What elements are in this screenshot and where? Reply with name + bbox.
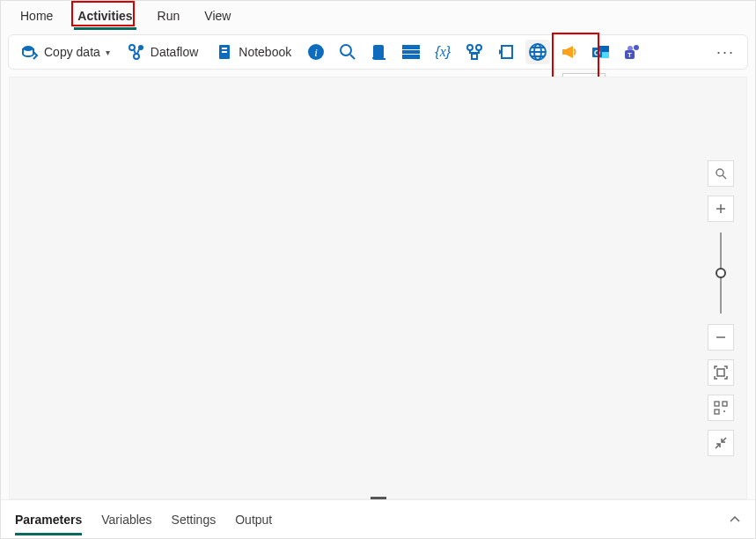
fit-to-screen-button[interactable] [708, 359, 734, 386]
collapse-panel-icon[interactable] [729, 513, 741, 526]
svg-text:T: T [628, 51, 632, 59]
svg-text:i: i [314, 46, 318, 59]
notebook-button[interactable]: Notebook [210, 40, 297, 64]
web-icon[interactable] [525, 40, 550, 64]
svg-line-10 [350, 55, 355, 59]
svg-rect-37 [717, 369, 724, 376]
dataflow-label: Dataflow [150, 45, 198, 59]
svg-point-32 [716, 169, 723, 176]
script-icon[interactable] [367, 40, 392, 64]
tab-settings[interactable]: Settings [172, 504, 217, 535]
svg-point-9 [341, 45, 351, 55]
menu-run[interactable]: Run [145, 4, 193, 28]
more-button[interactable]: ··· [711, 43, 740, 62]
auto-align-button[interactable] [708, 395, 734, 421]
chevron-down-icon: ▾ [106, 48, 110, 57]
zoom-out-button[interactable] [708, 324, 734, 351]
search-icon[interactable] [335, 40, 360, 64]
svg-rect-18 [502, 46, 512, 58]
info-icon[interactable]: i [304, 40, 328, 64]
outlook-icon[interactable]: O [589, 40, 613, 64]
svg-point-41 [723, 410, 725, 412]
teams-icon[interactable]: T [620, 40, 645, 64]
zoom-slider-thumb[interactable] [716, 268, 726, 278]
toolbar: Copy data ▾ Dataflow Notebook i {x} [8, 34, 748, 70]
tab-variables[interactable]: Variables [101, 504, 151, 535]
svg-rect-38 [715, 402, 719, 406]
svg-rect-39 [723, 402, 727, 406]
svg-rect-6 [222, 51, 227, 53]
variable-icon[interactable]: {x} [430, 40, 455, 64]
svg-rect-14 [402, 55, 420, 59]
svg-point-15 [467, 45, 473, 50]
canvas-search-button[interactable] [708, 160, 734, 187]
notebook-label: Notebook [239, 45, 291, 59]
zoom-slider[interactable] [720, 233, 722, 314]
notebook-icon [216, 43, 233, 61]
menu-home[interactable]: Home [8, 4, 65, 28]
dataflow-icon [128, 43, 145, 61]
svg-rect-11 [373, 45, 384, 59]
svg-rect-40 [715, 410, 719, 414]
svg-point-3 [134, 54, 139, 59]
stored-procedure-icon[interactable] [399, 40, 423, 64]
svg-rect-12 [402, 45, 420, 49]
svg-point-28 [634, 45, 639, 50]
announce-icon[interactable] [557, 40, 582, 64]
pipeline-canvas[interactable] [9, 77, 747, 499]
tab-output[interactable]: Output [235, 504, 272, 535]
minimize-button[interactable] [708, 430, 734, 456]
menu-view[interactable]: View [192, 4, 243, 28]
tab-parameters[interactable]: Parameters [15, 504, 82, 535]
function-icon[interactable] [494, 40, 518, 64]
copy-data-button[interactable]: Copy data ▾ [16, 40, 115, 64]
copy-data-label: Copy data [44, 45, 100, 59]
bottom-panel: Parameters Variables Settings Output [1, 499, 755, 538]
menu-activities[interactable]: Activities [65, 4, 144, 28]
svg-rect-13 [402, 50, 420, 54]
svg-text:O: O [594, 48, 600, 57]
dataflow-button[interactable]: Dataflow [122, 40, 203, 64]
svg-point-16 [476, 45, 481, 50]
copy-data-icon [21, 43, 39, 61]
zoom-in-button[interactable] [708, 196, 734, 222]
svg-rect-5 [222, 48, 227, 49]
lookup-icon[interactable] [462, 40, 487, 64]
svg-point-0 [23, 46, 33, 51]
svg-line-33 [723, 175, 726, 179]
